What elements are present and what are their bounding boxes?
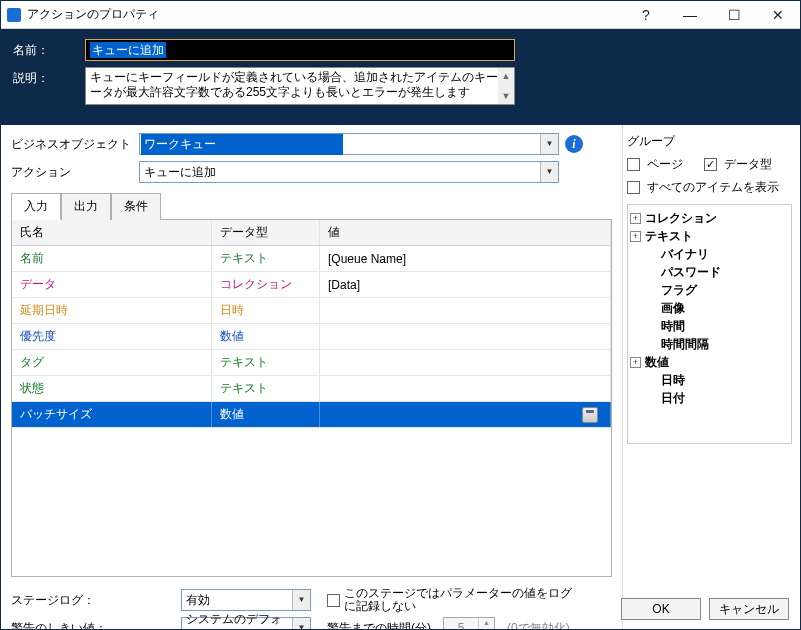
tree-item[interactable]: フラグ bbox=[630, 281, 789, 299]
tree-item[interactable]: 時間 bbox=[630, 317, 789, 335]
chevron-down-icon[interactable]: ▼ bbox=[540, 134, 558, 154]
calculator-icon[interactable] bbox=[582, 407, 598, 423]
chevron-down-icon[interactable]: ▼ bbox=[292, 618, 310, 630]
main: ビジネスオブジェクト ワークキュー ▼ i アクション キューに追加 ▼ 入力 … bbox=[1, 125, 800, 630]
tree-item[interactable]: パスワード bbox=[630, 263, 789, 281]
expander-icon[interactable]: + bbox=[630, 357, 641, 368]
cell-value[interactable] bbox=[320, 350, 611, 375]
tree-item[interactable]: バイナリ bbox=[630, 245, 789, 263]
cell-name: バッチサイズ bbox=[12, 402, 212, 427]
bottom-area: ステージログ： 有効 ▼ このステージではパラメーターの値をログに記録しない 警… bbox=[11, 577, 612, 630]
tree-label: 画像 bbox=[661, 300, 685, 316]
stage-log-value: 有効 bbox=[182, 592, 292, 609]
expander-icon[interactable]: + bbox=[630, 231, 641, 242]
chevron-down-icon[interactable]: ▼ bbox=[292, 590, 310, 610]
tree-item[interactable]: +数値 bbox=[630, 353, 789, 371]
expander-icon bbox=[646, 393, 657, 404]
cell-value[interactable]: [Queue Name] bbox=[320, 246, 611, 271]
datatype-tree[interactable]: +コレクション+テキストバイナリパスワードフラグ画像時間時間間隔+数値日時日付 bbox=[627, 204, 792, 444]
tab-output[interactable]: 出力 bbox=[61, 193, 111, 220]
time-spinner[interactable]: 5 ▲ ▼ bbox=[443, 617, 495, 630]
tree-label: 数値 bbox=[645, 354, 669, 370]
table-row[interactable]: バッチサイズ数値 bbox=[12, 402, 611, 428]
show-all-checkbox[interactable] bbox=[627, 181, 640, 194]
description-scrollbar[interactable]: ▲ ▼ bbox=[498, 68, 514, 104]
business-object-combo[interactable]: ワークキュー ▼ bbox=[139, 133, 559, 155]
table-row[interactable]: 優先度数値 bbox=[12, 324, 611, 350]
expander-icon bbox=[646, 249, 657, 260]
tree-label: 時間 bbox=[661, 318, 685, 334]
right-column: グループ ページ データ型 すべてのアイテムを表示 +コレクション+テキストバイ… bbox=[622, 125, 800, 630]
tree-item[interactable]: +コレクション bbox=[630, 209, 789, 227]
tab-condition[interactable]: 条件 bbox=[111, 193, 161, 220]
tree-item[interactable]: +テキスト bbox=[630, 227, 789, 245]
threshold-value: システムのデフォルト bbox=[182, 611, 292, 630]
header: 名前： キューに追加 説明： キューにキーフィールドが定義されている場合、追加さ… bbox=[1, 29, 800, 125]
business-object-value: ワークキュー bbox=[141, 134, 343, 155]
expander-icon bbox=[646, 339, 657, 350]
page-checkbox[interactable] bbox=[627, 158, 640, 171]
description-label: 説明： bbox=[13, 67, 85, 87]
left-column: ビジネスオブジェクト ワークキュー ▼ i アクション キューに追加 ▼ 入力 … bbox=[1, 125, 622, 630]
close-button[interactable]: ✕ bbox=[756, 1, 800, 29]
chevron-down-icon[interactable]: ▼ bbox=[540, 162, 558, 182]
action-combo[interactable]: キューに追加 ▼ bbox=[139, 161, 559, 183]
group-label: グループ bbox=[627, 133, 792, 150]
no-log-label: このステージではパラメーターの値をログに記録しない bbox=[344, 587, 574, 613]
spinner-up-icon[interactable]: ▲ bbox=[478, 618, 494, 628]
threshold-combo[interactable]: システムのデフォルト ▼ bbox=[181, 617, 311, 630]
expander-icon bbox=[646, 285, 657, 296]
cell-type: テキスト bbox=[212, 350, 320, 375]
tree-label: 日付 bbox=[661, 390, 685, 406]
cell-value[interactable] bbox=[320, 324, 611, 349]
tree-label: 時間間隔 bbox=[661, 336, 709, 352]
cell-type: テキスト bbox=[212, 376, 320, 401]
cell-type: テキスト bbox=[212, 246, 320, 271]
action-value: キューに追加 bbox=[140, 164, 540, 181]
tab-input[interactable]: 入力 bbox=[11, 193, 61, 220]
time-label: 警告までの時間(分) bbox=[327, 620, 431, 631]
table-row[interactable]: 名前テキスト[Queue Name] bbox=[12, 246, 611, 272]
no-log-checkbox[interactable] bbox=[327, 594, 340, 607]
table-row[interactable]: 延期日時日時 bbox=[12, 298, 611, 324]
help-button[interactable]: ? bbox=[624, 1, 668, 29]
description-box[interactable]: キューにキーフィールドが定義されている場合、追加されたアイテムのキーデータが最大… bbox=[85, 67, 515, 105]
footer-buttons: OK キャンセル bbox=[621, 598, 789, 620]
parameter-grid: 氏名 データ型 値 名前テキスト[Queue Name]データコレクション[Da… bbox=[11, 219, 612, 577]
maximize-button[interactable]: ☐ bbox=[712, 1, 756, 29]
table-row[interactable]: 状態テキスト bbox=[12, 376, 611, 402]
tree-label: コレクション bbox=[645, 210, 717, 226]
stage-log-combo[interactable]: 有効 ▼ bbox=[181, 589, 311, 611]
tree-item[interactable]: 時間間隔 bbox=[630, 335, 789, 353]
expander-icon bbox=[646, 267, 657, 278]
window-title: アクションのプロパティ bbox=[27, 6, 624, 23]
tree-item[interactable]: 日時 bbox=[630, 371, 789, 389]
col-value[interactable]: 値 bbox=[320, 220, 611, 245]
table-row[interactable]: タグテキスト bbox=[12, 350, 611, 376]
scroll-down-icon[interactable]: ▼ bbox=[498, 88, 514, 104]
cell-value[interactable] bbox=[320, 298, 611, 323]
table-row[interactable]: データコレクション[Data] bbox=[12, 272, 611, 298]
name-label: 名前： bbox=[13, 39, 85, 59]
cell-value[interactable]: [Data] bbox=[320, 272, 611, 297]
tree-item[interactable]: 画像 bbox=[630, 299, 789, 317]
info-icon[interactable]: i bbox=[565, 135, 583, 153]
col-type[interactable]: データ型 bbox=[212, 220, 320, 245]
datatype-checkbox[interactable] bbox=[704, 158, 717, 171]
cell-name: 状態 bbox=[12, 376, 212, 401]
tree-label: フラグ bbox=[661, 282, 697, 298]
cell-value[interactable] bbox=[320, 402, 611, 427]
expander-icon[interactable]: + bbox=[630, 213, 641, 224]
cell-name: 優先度 bbox=[12, 324, 212, 349]
scroll-up-icon[interactable]: ▲ bbox=[498, 68, 514, 84]
col-name[interactable]: 氏名 bbox=[12, 220, 212, 245]
grid-body: 名前テキスト[Queue Name]データコレクション[Data]延期日時日時優… bbox=[12, 246, 611, 576]
description-text: キューにキーフィールドが定義されている場合、追加されたアイテムのキーデータが最大… bbox=[90, 70, 510, 99]
cell-value[interactable] bbox=[320, 376, 611, 401]
tree-item[interactable]: 日付 bbox=[630, 389, 789, 407]
name-input[interactable]: キューに追加 bbox=[85, 39, 515, 61]
minimize-button[interactable]: — bbox=[668, 1, 712, 29]
cancel-button[interactable]: キャンセル bbox=[709, 598, 789, 620]
page-label: ページ bbox=[647, 157, 683, 171]
ok-button[interactable]: OK bbox=[621, 598, 701, 620]
